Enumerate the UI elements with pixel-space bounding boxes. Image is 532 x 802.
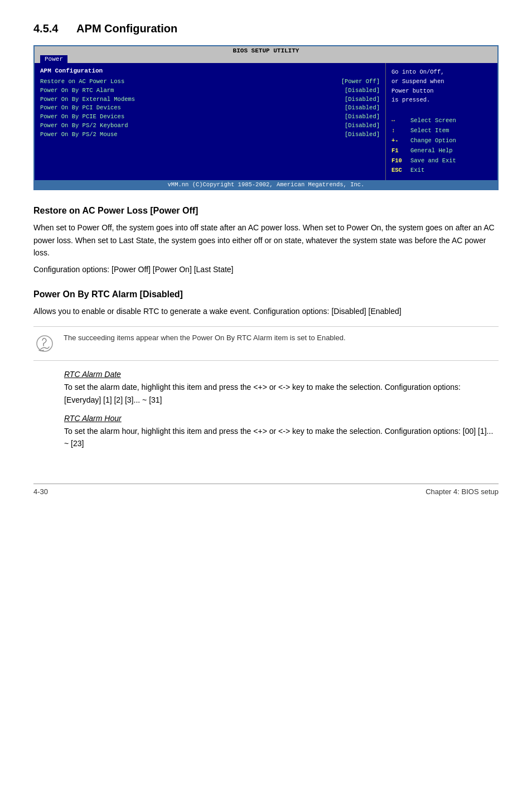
bios-key-row: +-Change Option [391, 136, 492, 146]
bios-right-panel: Go into On/Off, or Suspend when Power bu… [386, 63, 497, 180]
restore-section-title: Restore on AC Power Loss [Power Off] [33, 206, 499, 216]
bios-item: Power On By RTC Alarm[Disabled] [40, 86, 380, 95]
note-box: The succeeding items appear when the Pow… [33, 326, 499, 361]
rtc-section-title: Power On By RTC Alarm [Disabled] [33, 289, 499, 299]
bios-key-row: F10Save and Exit [391, 156, 492, 166]
rtc-sub-item-title: RTC Alarm Date [64, 370, 499, 379]
bios-tab-power[interactable]: Power [40, 55, 67, 63]
bios-key-row: ↕Select Item [391, 126, 492, 136]
restore-body-text: When set to Power Off, the system goes i… [33, 221, 499, 259]
rtc-sub-item-title: RTC Alarm Hour [64, 414, 499, 423]
bios-tab-row: Power [35, 55, 497, 63]
bios-section-label: APM Configuration [40, 67, 380, 74]
footer-page-number: 4-30 [33, 487, 48, 496]
bios-item: Power On By PCIE Devices[Disabled] [40, 113, 380, 122]
bios-footer: vMM.nn (C)Copyright 1985-2002, American … [35, 180, 497, 189]
footer-chapter: Chapter 4: BIOS setup [425, 487, 499, 496]
rtc-sub-items: RTC Alarm DateTo set the alarm date, hig… [64, 370, 499, 450]
bios-left-panel: APM Configuration Restore on AC Power Lo… [35, 63, 386, 180]
note-text: The succeeding items appear when the Pow… [64, 332, 346, 344]
section-title: 4.5.4 APM Configuration [33, 22, 499, 35]
bios-item: Power On By PS/2 Keyboard[Disabled] [40, 122, 380, 131]
rtc-sub-item-text: To set the alarm hour, highlight this it… [64, 425, 499, 450]
bios-keys: ↔Select Screen↕Select Item+-Change Optio… [391, 116, 492, 176]
bios-items-list: Restore on AC Power Loss[Power Off]Power… [40, 78, 380, 139]
bios-screenshot: BIOS SETUP UTILITY Power APM Configurati… [33, 45, 499, 190]
bios-content: APM Configuration Restore on AC Power Lo… [35, 63, 497, 180]
bios-help-text: Go into On/Off, or Suspend when Power bu… [391, 67, 492, 105]
bios-item: Restore on AC Power Loss[Power Off] [40, 78, 380, 86]
bios-item: Power On By PS/2 Mouse[Disabled] [40, 131, 380, 139]
restore-config-options: Configuration options: [Power Off] [Powe… [33, 263, 499, 276]
rtc-sub-item-text: To set the alarm date, highlight this it… [64, 381, 499, 406]
bios-item: Power On By PCI Devices[Disabled] [40, 104, 380, 113]
bios-header: BIOS SETUP UTILITY [35, 46, 497, 55]
bios-key-row: F1General Help [391, 146, 492, 156]
note-icon [33, 332, 56, 355]
bios-item: Power On By External Modems[Disabled] [40, 95, 380, 104]
bios-key-row: ESCExit [391, 166, 492, 176]
rtc-body-text: Allows you to enable or disable RTC to g… [33, 305, 499, 317]
page-footer: 4-30 Chapter 4: BIOS setup [33, 484, 499, 496]
bios-key-row: ↔Select Screen [391, 116, 492, 126]
